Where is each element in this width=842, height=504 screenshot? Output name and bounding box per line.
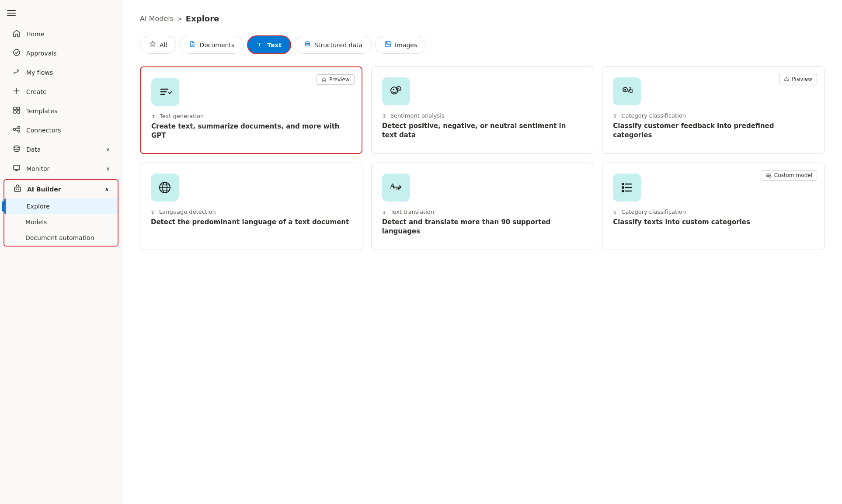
sidebar-item-doc-automation[interactable]: Document automation bbox=[4, 230, 118, 246]
tab-structured-data[interactable]: Structured data bbox=[295, 36, 372, 54]
tab-structured-data-label: Structured data bbox=[314, 42, 362, 49]
svg-rect-16 bbox=[14, 165, 20, 170]
svg-text:T: T bbox=[613, 113, 617, 118]
tab-documents[interactable]: Documents bbox=[180, 36, 244, 54]
cards-grid: Preview T Text generation Create text, s… bbox=[140, 66, 825, 250]
tab-text[interactable]: T Text bbox=[247, 35, 291, 54]
connectors-icon bbox=[12, 125, 21, 135]
sidebar-item-monitor[interactable]: Monitor ∨ bbox=[3, 160, 118, 178]
tab-documents-label: Documents bbox=[199, 42, 234, 49]
card-category-classification-2-title: Classify texts into custom categories bbox=[613, 218, 814, 227]
tab-images-label: Images bbox=[395, 42, 417, 49]
card-text-translation-type-label: Text translation bbox=[390, 209, 434, 215]
tab-images[interactable]: Images bbox=[375, 36, 426, 54]
sidebar-item-approvals-label: Approvals bbox=[26, 50, 56, 57]
text-tab-icon: T bbox=[257, 41, 264, 49]
svg-rect-8 bbox=[14, 111, 16, 113]
card-language-detection-type-label: Language detection bbox=[159, 209, 216, 215]
card-category-classification-2-icon bbox=[613, 174, 641, 202]
svg-point-3 bbox=[14, 49, 20, 56]
sidebar-item-my-flows[interactable]: My flows bbox=[3, 63, 118, 82]
card-sentiment-title: Detect positive, negative, or neutral se… bbox=[382, 122, 583, 140]
sidebar-item-create[interactable]: Create bbox=[3, 83, 118, 101]
card-category-classification-2-type: T Category classification bbox=[613, 209, 814, 215]
monitor-chevron-icon: ∨ bbox=[106, 166, 110, 172]
card-text-translation-title: Detect and translate more than 90 suppor… bbox=[382, 218, 583, 236]
svg-rect-7 bbox=[17, 107, 20, 110]
card-category-classification-1-type-label: Category classification bbox=[621, 112, 686, 119]
flows-icon bbox=[12, 68, 21, 77]
templates-icon bbox=[12, 106, 21, 116]
all-tab-icon bbox=[149, 41, 156, 49]
svg-text:T: T bbox=[152, 114, 155, 119]
card-text-generation-badge: Preview bbox=[317, 74, 355, 85]
svg-rect-0 bbox=[7, 10, 16, 11]
svg-rect-1 bbox=[7, 13, 16, 14]
data-icon bbox=[12, 145, 21, 154]
svg-rect-9 bbox=[17, 111, 20, 113]
svg-line-13 bbox=[16, 128, 18, 129]
home-icon bbox=[12, 29, 21, 39]
breadcrumb: AI Models > Explore bbox=[140, 14, 825, 23]
card-category-classification-1-title: Classify customer feedback into predefin… bbox=[613, 122, 814, 140]
tabs-bar: All Documents T Text bbox=[140, 35, 825, 54]
svg-rect-19 bbox=[14, 187, 21, 191]
sidebar-item-create-label: Create bbox=[26, 88, 47, 95]
svg-line-14 bbox=[16, 130, 18, 131]
sidebar-item-ai-builder[interactable]: AI Builder ∧ bbox=[4, 180, 118, 198]
card-category-classification-2-badge: Custom model bbox=[761, 170, 817, 181]
svg-text:T: T bbox=[151, 209, 155, 215]
sidebar-item-ai-builder-label: AI Builder bbox=[27, 186, 61, 193]
main-content: AI Models > Explore All D bbox=[122, 0, 842, 504]
sidebar-item-explore[interactable]: Explore bbox=[4, 198, 118, 214]
images-tab-icon bbox=[384, 41, 391, 49]
card-text-generation[interactable]: Preview T Text generation Create text, s… bbox=[140, 66, 362, 154]
approvals-icon bbox=[12, 49, 21, 58]
card-text-generation-type-label: Text generation bbox=[160, 113, 204, 119]
svg-text:A: A bbox=[390, 182, 395, 190]
card-text-generation-type: T Text generation bbox=[151, 113, 351, 119]
sidebar-item-explore-label: Explore bbox=[27, 203, 50, 210]
card-sentiment-icon bbox=[382, 77, 410, 105]
sidebar-item-connectors[interactable]: Connectors bbox=[3, 121, 118, 139]
svg-point-11 bbox=[18, 127, 20, 129]
hamburger-menu[interactable] bbox=[0, 3, 122, 24]
sidebar-item-home[interactable]: Home bbox=[3, 25, 118, 43]
card-category-classification-2-type-label: Category classification bbox=[621, 209, 686, 215]
card-language-detection-title: Detect the predominant language of a tex… bbox=[151, 218, 351, 227]
sidebar-item-models[interactable]: Models bbox=[4, 214, 118, 230]
card-text-translation[interactable]: A A T Text translation Detect and transl… bbox=[371, 163, 594, 250]
tab-all-label: All bbox=[160, 42, 167, 49]
card-category-classification-2-badge-label: Custom model bbox=[774, 172, 812, 178]
svg-point-39 bbox=[624, 89, 626, 90]
sidebar: Home Approvals My flows Create bbox=[0, 0, 122, 504]
svg-point-33 bbox=[393, 89, 394, 90]
sidebar-item-data-label: Data bbox=[26, 146, 41, 153]
card-language-detection[interactable]: T Language detection Detect the predomin… bbox=[140, 163, 362, 250]
card-sentiment-analysis[interactable]: T Sentiment analysis Detect positive, ne… bbox=[371, 66, 594, 154]
card-category-classification-2[interactable]: Custom model T Category classification C… bbox=[602, 163, 825, 250]
card-text-translation-type: T Text translation bbox=[382, 209, 583, 215]
ai-builder-chevron-icon: ∧ bbox=[104, 186, 109, 192]
sidebar-item-templates[interactable]: Templates bbox=[3, 102, 118, 120]
card-language-detection-type: T Language detection bbox=[151, 209, 351, 215]
svg-point-20 bbox=[16, 189, 17, 190]
breadcrumb-parent: AI Models bbox=[140, 14, 174, 23]
svg-point-10 bbox=[14, 129, 16, 131]
sidebar-item-templates-label: Templates bbox=[26, 108, 57, 115]
sidebar-item-approvals[interactable]: Approvals bbox=[3, 44, 118, 63]
svg-text:T: T bbox=[383, 113, 386, 118]
documents-tab-icon bbox=[189, 41, 196, 49]
svg-point-35 bbox=[397, 88, 398, 89]
card-category-classification-1[interactable]: Preview T Category classification Classi… bbox=[602, 66, 825, 154]
svg-rect-2 bbox=[7, 15, 16, 16]
sidebar-item-models-label: Models bbox=[25, 219, 47, 226]
card-text-translation-icon: A A bbox=[382, 174, 410, 202]
sidebar-item-data[interactable]: Data ∨ bbox=[3, 140, 118, 159]
tab-all[interactable]: All bbox=[140, 36, 176, 54]
card-category-classification-1-badge: Preview bbox=[779, 74, 817, 84]
svg-point-61 bbox=[769, 176, 771, 177]
card-text-generation-badge-label: Preview bbox=[329, 76, 350, 83]
tab-text-label: Text bbox=[267, 42, 282, 49]
svg-rect-6 bbox=[14, 107, 16, 110]
